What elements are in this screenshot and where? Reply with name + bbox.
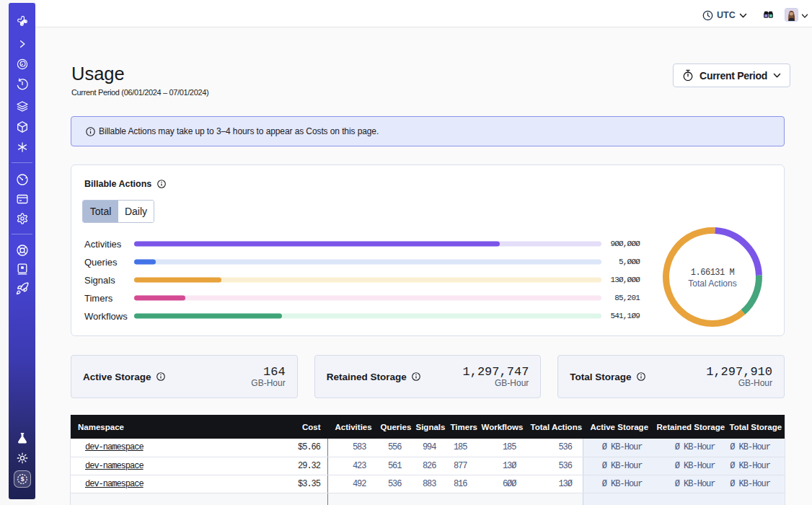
svg-text:$: $ bbox=[20, 475, 24, 483]
svg-text:1.66131 M: 1.66131 M bbox=[691, 268, 735, 278]
svg-text:Total Actions: Total Actions bbox=[688, 278, 736, 289]
